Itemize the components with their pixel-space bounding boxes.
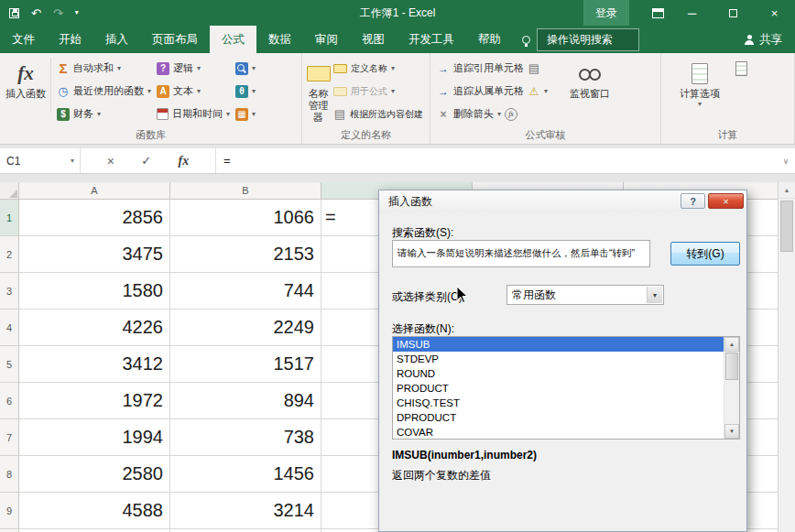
enter-icon[interactable]: ✓ <box>141 154 151 168</box>
ribbon-display-options-icon[interactable] <box>644 0 671 26</box>
row-header[interactable]: 4 <box>0 309 19 346</box>
cell-a6[interactable]: 1972 <box>19 383 170 419</box>
scrollbar-thumb[interactable] <box>780 201 793 252</box>
minimize-button[interactable]: ─ <box>671 0 713 26</box>
row-header[interactable]: 2 <box>0 236 19 273</box>
name-box-dropdown-icon[interactable]: ▾ <box>71 157 74 165</box>
dialog-help-button[interactable]: ? <box>681 193 705 209</box>
tab-home[interactable]: 开始 <box>47 26 93 53</box>
tab-data[interactable]: 数据 <box>256 26 303 53</box>
list-scroll-down-icon[interactable]: ▼ <box>724 424 739 439</box>
cell-a3[interactable]: 1580 <box>19 273 170 309</box>
cell-b5[interactable]: 1517 <box>170 346 321 383</box>
maximize-button[interactable] <box>713 0 754 26</box>
use-in-formula-button[interactable]: 用于公式 ▾ <box>331 80 426 103</box>
show-formulas-icon[interactable]: ▤ <box>528 61 540 75</box>
column-header-b[interactable]: B <box>170 182 321 199</box>
lookup-reference-button[interactable]: ▾ <box>233 57 258 80</box>
create-from-selection-button[interactable]: ▤ 根据所选内容创建 <box>331 103 426 125</box>
tab-developer[interactable]: 开发工具 <box>397 26 466 53</box>
tab-help[interactable]: 帮助 <box>466 26 513 53</box>
function-item[interactable]: DPRODUCT <box>393 410 724 425</box>
cell-b9[interactable]: 3214 <box>170 493 321 529</box>
row-header[interactable]: 9 <box>0 493 19 529</box>
text-button[interactable]: A 文本 ▾ <box>154 80 233 103</box>
trace-dependents-button[interactable]: → 追踪从属单元格 ⚠ ▾ <box>434 80 550 103</box>
tab-review[interactable]: 审阅 <box>303 26 350 53</box>
share-button[interactable]: 共享 <box>745 26 782 53</box>
close-button[interactable]: × <box>754 0 795 26</box>
more-functions-button[interactable]: ▦ ▾ <box>233 103 258 125</box>
tab-view[interactable]: 视图 <box>350 26 397 53</box>
cell-b1[interactable]: 1066 <box>170 200 321 236</box>
category-dropdown[interactable]: 常用函数 ▼ <box>506 285 664 305</box>
recently-used-button[interactable]: ◷ 最近使用的函数 ▾ <box>54 80 154 103</box>
customize-qat-icon[interactable]: ▾ <box>75 9 79 16</box>
error-checking-icon[interactable]: ⚠ <box>528 85 540 98</box>
cell-a4[interactable]: 4226 <box>19 309 170 346</box>
redo-icon[interactable]: ↷ <box>53 7 63 19</box>
cell-b7[interactable]: 738 <box>170 419 321 456</box>
financial-button[interactable]: $ 财务 ▾ <box>54 103 154 125</box>
row-header[interactable]: 7 <box>0 419 19 456</box>
tab-page-layout[interactable]: 页面布局 <box>140 26 210 53</box>
cell-b8[interactable]: 1456 <box>170 456 321 493</box>
trace-precedents-button[interactable]: → 追踪引用单元格 ▤ <box>434 57 550 80</box>
cell-b6[interactable]: 894 <box>170 383 321 419</box>
login-button[interactable]: 登录 <box>583 0 629 26</box>
cell-b4[interactable]: 2249 <box>170 309 321 346</box>
go-button[interactable]: 转到(G) <box>670 242 740 266</box>
list-scrollbar-thumb[interactable] <box>725 353 738 380</box>
function-item[interactable]: ROUND <box>393 366 724 381</box>
row-header[interactable]: 1 <box>0 200 19 236</box>
cell-a8[interactable]: 2580 <box>19 456 170 493</box>
function-list[interactable]: IMSUB STDEVP ROUND PRODUCT CHISQ.TEST DP… <box>392 336 740 440</box>
list-scrollbar[interactable]: ▲ ▼ <box>724 337 739 439</box>
insert-function-fx-icon[interactable]: fx <box>179 154 190 168</box>
remove-arrows-button[interactable]: × 删除箭头 ▾ fx <box>434 103 550 125</box>
function-item[interactable]: PRODUCT <box>393 381 724 396</box>
cell-a1[interactable]: 2856 <box>19 200 170 236</box>
formula-bar-expand-icon[interactable]: ∨ <box>777 148 795 173</box>
math-trig-button[interactable]: θ ▾ <box>233 80 258 103</box>
save-icon[interactable] <box>9 8 19 18</box>
date-time-button[interactable]: 日期和时间 ▾ <box>154 103 233 125</box>
dialog-close-button[interactable]: × <box>708 193 744 209</box>
cell-a2[interactable]: 3475 <box>19 236 170 273</box>
function-item[interactable]: CHISQ.TEST <box>393 396 724 410</box>
insert-function-button[interactable]: fx 插入函数 <box>4 56 48 100</box>
column-header-a[interactable]: A <box>19 182 170 199</box>
vertical-scrollbar[interactable]: ▲ <box>778 182 795 532</box>
select-all-corner[interactable] <box>0 182 19 199</box>
cell-a9[interactable]: 4588 <box>19 493 170 529</box>
logical-button[interactable]: ? 逻辑 ▾ <box>154 57 233 80</box>
dropdown-arrow-icon[interactable]: ▼ <box>647 287 662 303</box>
function-item[interactable]: COVAR <box>393 425 724 440</box>
tell-me-search[interactable]: 操作说明搜索 <box>522 26 639 53</box>
function-item[interactable]: STDEVP <box>393 352 724 366</box>
undo-icon[interactable]: ↶ <box>31 7 41 19</box>
formula-input[interactable]: = <box>216 148 777 173</box>
row-header[interactable]: 5 <box>0 346 19 383</box>
list-scroll-up-icon[interactable]: ▲ <box>724 337 739 352</box>
calculation-options-button[interactable]: 计算选项 ▾ <box>674 56 725 108</box>
row-header[interactable]: 8 <box>0 456 19 493</box>
cancel-icon[interactable]: × <box>107 154 114 168</box>
evaluate-formula-icon[interactable]: fx <box>505 108 517 121</box>
define-name-button[interactable]: 定义名称 ▾ <box>331 57 426 80</box>
autosum-button[interactable]: Σ 自动求和 ▾ <box>54 57 154 80</box>
watch-window-button[interactable]: 监视窗口 <box>565 56 615 100</box>
tell-me-input[interactable]: 操作说明搜索 <box>537 28 639 51</box>
cell-b3[interactable]: 744 <box>170 273 321 309</box>
function-item-selected[interactable]: IMSUB <box>393 337 724 352</box>
cell-a5[interactable]: 3412 <box>19 346 170 383</box>
row-header[interactable]: 6 <box>0 383 19 419</box>
tab-file[interactable]: 文件 <box>0 26 47 53</box>
cell-a7[interactable]: 1994 <box>19 419 170 456</box>
name-box[interactable]: C1 ▾ <box>0 148 81 173</box>
function-search-input[interactable]: 请输入一条简短说明来描述您想做什么，然后单击“转到” <box>392 240 650 267</box>
calculate-sheet-button[interactable] <box>733 57 750 80</box>
tab-insert[interactable]: 插入 <box>93 26 140 53</box>
row-header[interactable]: 3 <box>0 273 19 309</box>
name-manager-button[interactable]: 名称管理器 <box>306 56 331 124</box>
